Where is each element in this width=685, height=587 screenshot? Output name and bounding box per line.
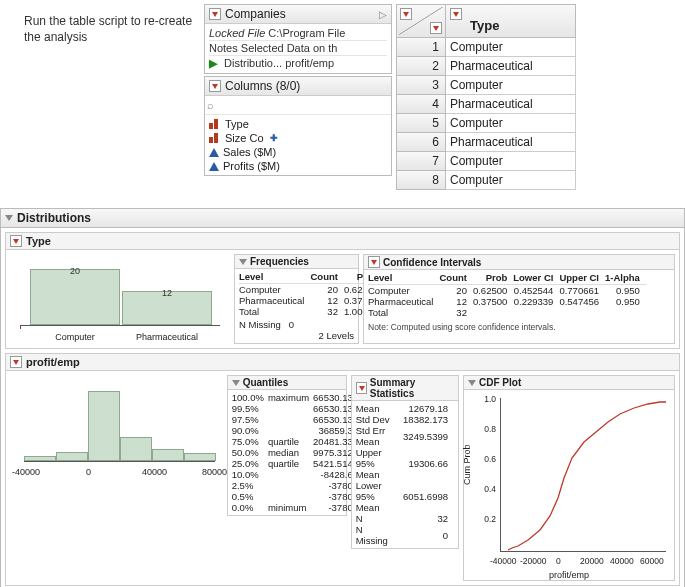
quantile-row: 75.0%quartile20481.331	[232, 436, 362, 447]
column-item-sizeco[interactable]: Size Co✚	[209, 131, 387, 145]
script-row[interactable]: ▶ Distributio... profit/emp	[209, 56, 387, 71]
table-row[interactable]: 3Computer	[396, 76, 576, 95]
disclosure-icon[interactable]	[10, 235, 22, 247]
table-row[interactable]: 4Pharmaceutical	[396, 95, 576, 114]
row-number[interactable]: 6	[396, 133, 446, 152]
disclosure-icon[interactable]	[356, 382, 367, 394]
axis-tick: -20000	[520, 556, 546, 566]
quantile-row: 25.0%quartile5421.5148	[232, 458, 362, 469]
data-table: Type 1Computer2Pharmaceutical3Computer4P…	[396, 4, 576, 190]
axis-tick: 0	[86, 467, 91, 477]
cell-type[interactable]: Computer	[446, 152, 576, 171]
table-row[interactable]: 8Computer	[396, 171, 576, 190]
distributions-title: Distributions	[17, 211, 91, 225]
quantiles-title: Quantiles	[243, 377, 289, 388]
frequencies-panel: Frequencies LevelCountProb Computer200.6…	[234, 254, 359, 344]
locked-file-path: C:\Program File	[268, 27, 345, 39]
column-header-type[interactable]: Type	[446, 4, 576, 38]
quantile-row: 2.5%-37800	[232, 480, 362, 491]
summary-table: Mean12679.18Std Dev18382.173Std Err Mean…	[356, 403, 454, 546]
quantile-row: 50.0%median9975.3126	[232, 447, 362, 458]
summary-row: Lower 95% Mean6051.6998	[356, 480, 454, 513]
table-row[interactable]: 1Computer	[396, 38, 576, 57]
companies-panel-header[interactable]: Companies ▷	[205, 5, 391, 24]
ci-row: Pharmaceutical120.375000.2293390.5474560…	[368, 296, 646, 307]
table-row[interactable]: 6Pharmaceutical	[396, 133, 576, 152]
row-number[interactable]: 7	[396, 152, 446, 171]
x-axis-label: profit/emp	[464, 570, 674, 580]
disclosure-icon[interactable]	[10, 356, 22, 368]
table-row[interactable]: 5Computer	[396, 114, 576, 133]
columns-panel-header[interactable]: Columns (8/0)	[205, 77, 391, 96]
quantile-row: 100.0%maximum66530.135	[232, 392, 362, 403]
quantile-row: 97.5%66530.135	[232, 414, 362, 425]
cell-type[interactable]: Computer	[446, 171, 576, 190]
column-label: Size Co	[225, 132, 264, 144]
axis-tick: 1.0	[476, 394, 496, 404]
category-label: Pharmaceutical	[122, 332, 212, 342]
table-row[interactable]: 7Computer	[396, 152, 576, 171]
annotation-text: Run the table script to re-create the an…	[4, 4, 204, 190]
column-menu-icon[interactable]	[450, 8, 462, 20]
quantiles-table: 100.0%maximum66530.13599.5%66530.13597.5…	[232, 392, 362, 513]
axis-tick: 40000	[142, 467, 167, 477]
type-subsection: Type 20 12 Computer Pharmaceutical Frequ…	[5, 232, 680, 349]
row-number[interactable]: 4	[396, 95, 446, 114]
nmissing-label: N Missing	[239, 319, 281, 330]
column-item-profits[interactable]: Profits ($M)	[209, 159, 387, 173]
locked-file-label: Locked File	[209, 27, 265, 39]
cell-type[interactable]: Pharmaceutical	[446, 133, 576, 152]
column-item-sales[interactable]: Sales ($M)	[209, 145, 387, 159]
axis-tick: -40000	[490, 556, 516, 566]
profit-subsection: profit/emp -40000 0 40000 80000	[5, 353, 680, 586]
cols-menu-icon[interactable]	[430, 22, 442, 34]
profit-histogram: -40000 0 40000 80000	[10, 375, 223, 485]
bar-value: 20	[70, 266, 80, 276]
ci-title: Confidence Intervals	[383, 257, 481, 268]
type-bar-chart: 20 12 Computer Pharmaceutical	[10, 254, 230, 344]
distributions-header[interactable]: Distributions	[1, 209, 684, 228]
ci-row: Computer200.625000.4525440.7706610.950	[368, 285, 646, 297]
cell-type[interactable]: Pharmaceutical	[446, 57, 576, 76]
confidence-intervals-panel: Confidence Intervals Level Count Prob Lo…	[363, 254, 675, 344]
disclosure-icon[interactable]	[209, 8, 221, 20]
type-title: Type	[26, 235, 51, 247]
table-row[interactable]: 2Pharmaceutical	[396, 57, 576, 76]
cell-type[interactable]: Computer	[446, 38, 576, 57]
axis-tick: 0.8	[476, 424, 496, 434]
column-label: Sales ($M)	[223, 146, 276, 158]
disclosure-icon[interactable]	[232, 380, 240, 386]
columns-search[interactable]: ⌕	[205, 96, 391, 115]
row-number[interactable]: 2	[396, 57, 446, 76]
cell-type[interactable]: Pharmaceutical	[446, 95, 576, 114]
quantile-row: 99.5%66530.135	[232, 403, 362, 414]
disclosure-icon[interactable]	[5, 215, 13, 221]
row-number[interactable]: 5	[396, 114, 446, 133]
type-header[interactable]: Type	[6, 233, 679, 250]
summary-row: N Missing0	[356, 524, 454, 546]
expand-icon[interactable]: ✚	[270, 133, 278, 143]
play-icon[interactable]: ▶	[209, 57, 217, 70]
nominal-icon	[209, 119, 221, 129]
row-number[interactable]: 3	[396, 76, 446, 95]
expand-icon[interactable]: ▷	[379, 9, 387, 20]
quantile-row: 90.0%36859.37	[232, 425, 362, 436]
disclosure-icon[interactable]	[368, 256, 380, 268]
table-corner[interactable]	[396, 4, 446, 38]
script-label: Distributio... profit/emp	[224, 57, 334, 69]
column-item-type[interactable]: Type	[209, 117, 387, 131]
summary-row: Std Dev18382.173	[356, 414, 454, 425]
row-number[interactable]: 1	[396, 38, 446, 57]
nominal-icon	[209, 133, 221, 143]
disclosure-icon[interactable]	[468, 380, 476, 386]
cell-type[interactable]: Computer	[446, 76, 576, 95]
disclosure-icon[interactable]	[239, 259, 247, 265]
axis-tick: 0.2	[476, 514, 496, 524]
profit-header[interactable]: profit/emp	[6, 354, 679, 371]
disclosure-icon[interactable]	[209, 80, 221, 92]
quantile-row: 10.0%-8428.63	[232, 469, 362, 480]
row-number[interactable]: 8	[396, 171, 446, 190]
search-input[interactable]	[217, 98, 357, 112]
cell-type[interactable]: Computer	[446, 114, 576, 133]
axis-tick: 0	[556, 556, 561, 566]
